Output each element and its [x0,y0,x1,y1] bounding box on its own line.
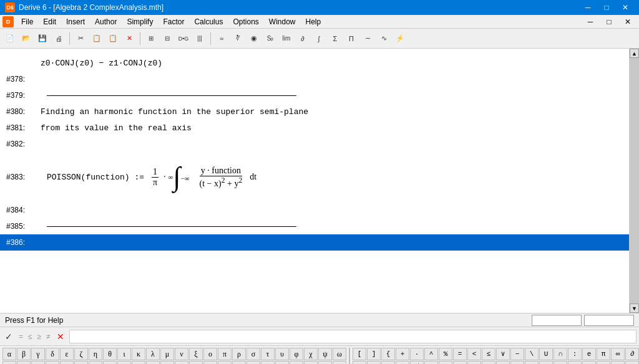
gk-omicron-upper[interactable]: Ο [203,361,217,364]
tb-wave[interactable]: ∿ [376,31,391,46]
inner-minimize[interactable]: ─ [582,16,599,27]
tb-lim[interactable]: lim [279,31,294,46]
op-brace-open[interactable]: { [381,348,395,360]
op-not[interactable]: ¬ [510,361,524,364]
op-colon[interactable]: : [568,348,582,360]
op-bracket-close[interactable]: ] [367,348,381,360]
op-percent[interactable]: % [439,348,452,360]
gk-phi-upper[interactable]: Φ [290,361,303,364]
gk-omicron-lower[interactable]: ο [203,348,217,360]
op-intersect2[interactable]: ∩ [525,361,539,364]
op-plusminus[interactable]: ± [424,361,438,364]
gk-delta-upper[interactable]: Δ [46,361,59,364]
tb-sub[interactable]: Sᵦ [263,31,278,46]
input-field[interactable] [69,330,637,343]
gk-kappa-lower[interactable]: κ [132,348,145,360]
op-n[interactable]: n [539,361,553,364]
gk-beta-upper[interactable]: Β [17,361,31,364]
menu-factor[interactable]: Factor [158,16,189,27]
gk-zeta-upper[interactable]: Ζ [74,361,88,364]
gk-alpha-lower[interactable]: α [2,348,16,360]
scroll-up[interactable]: ▲ [630,49,639,58]
gk-rho-upper[interactable]: Ρ [232,361,246,364]
gk-sigma-upper[interactable]: Σ [246,361,260,364]
tb-paste[interactable]: 📋 [105,31,120,46]
menu-calculus[interactable]: Calculus [189,16,228,27]
op-arrow[interactable]: → [496,361,510,364]
gk-epsilon-upper[interactable]: Ε [60,361,74,364]
gk-theta-lower[interactable]: θ [103,348,117,360]
gk-kappa-upper[interactable]: Κ [132,361,145,364]
gk-lambda-lower[interactable]: λ [146,348,160,360]
op-i[interactable]: i [582,361,596,364]
input-check[interactable]: ✓ [2,332,15,342]
op-geq2[interactable]: ≥ [467,361,481,364]
line-386[interactable]: #386: [0,234,629,251]
tb-circle[interactable]: ◉ [246,31,261,46]
tb-grid[interactable]: ||| [192,31,207,46]
op-greater[interactable]: > [453,361,467,364]
op-less[interactable]: < [467,348,481,360]
tb-integral[interactable]: ∫ [311,31,326,46]
tb-partial[interactable]: ∂ [295,31,310,46]
gk-mu-lower[interactable]: μ [160,348,174,360]
menu-author[interactable]: Author [90,16,122,27]
tb-dg[interactable]: D•G [176,31,191,46]
op-intersect[interactable]: ∩ [554,348,567,360]
gk-xi-lower[interactable]: ξ [189,348,203,360]
op-partial3[interactable]: ∂ [625,361,639,364]
gk-lambda-upper[interactable]: Λ [146,361,160,364]
op-and[interactable]: ∧ [482,361,495,364]
op-union[interactable]: U [539,348,553,360]
op-inf2[interactable]: ∞ [611,361,625,364]
op-or[interactable]: ∨ [496,348,510,360]
tb-vector[interactable]: ⊟ [160,31,175,46]
gk-psi-lower[interactable]: ψ [318,348,332,360]
op-dot[interactable]: · [410,348,424,360]
gk-upsilon-upper[interactable]: Υ [275,361,289,364]
op-sqrt[interactable]: √ [410,361,424,364]
maximize-button[interactable]: □ [598,2,615,13]
op-bracket-open[interactable]: [ [353,348,366,360]
gk-chi-lower[interactable]: χ [304,348,318,360]
gk-zeta-lower[interactable]: ζ [74,348,88,360]
tb-flash[interactable]: ⚡ [393,31,407,46]
gk-rho-lower[interactable]: ρ [232,348,246,360]
op-pi[interactable]: π [597,348,610,360]
menu-file[interactable]: File [16,16,38,27]
op-caret[interactable]: ^ [424,348,438,360]
gk-omega-upper[interactable]: Ω [333,361,346,364]
gk-eta-upper[interactable]: Η [89,361,102,364]
tb-print[interactable]: 🖨 [51,31,66,46]
gk-epsilon-lower[interactable]: ε [60,348,74,360]
gk-upsilon-lower[interactable]: υ [275,348,289,360]
op-partial2[interactable]: ∂ [625,348,639,360]
op-equals[interactable]: = [453,348,467,360]
gk-sigma-lower[interactable]: σ [246,348,260,360]
input-cancel[interactable]: ✕ [54,332,67,342]
gk-tau-lower[interactable]: τ [261,348,275,360]
gk-omega-lower[interactable]: ω [333,348,346,360]
menu-options[interactable]: Options [228,16,263,27]
op-plus[interactable]: + [396,348,409,360]
op-minus[interactable]: − [510,348,524,360]
gk-eta-lower[interactable]: η [89,348,102,360]
gk-theta-upper[interactable]: Θ [103,361,117,364]
tb-matrix[interactable]: ⊞ [144,31,159,46]
gk-gamma-upper[interactable]: Γ [31,361,45,364]
op-factorial[interactable]: ! [554,361,567,364]
op-y[interactable]: y [597,361,610,364]
menu-edit[interactable]: Edit [38,16,61,27]
tb-cut[interactable]: ✂ [73,31,88,46]
minimize-button[interactable]: ─ [579,2,597,13]
tb-tilde[interactable]: ∼ [360,31,375,46]
op-geq[interactable]: ≥ [439,361,452,364]
gk-mu-upper[interactable]: Μ [160,361,174,364]
content-area[interactable]: z0·CONJ(z0) − z1·CONJ(z0) #378: #379: #3… [0,49,629,313]
scrollbar[interactable]: ▲ ▼ [629,49,639,313]
gk-nu-upper[interactable]: Ν [175,361,188,364]
op-leq[interactable]: ≤ [482,348,495,360]
gk-pi-lower[interactable]: π [218,348,232,360]
gk-phi-lower[interactable]: φ [290,348,303,360]
menu-insert[interactable]: Insert [61,16,90,27]
